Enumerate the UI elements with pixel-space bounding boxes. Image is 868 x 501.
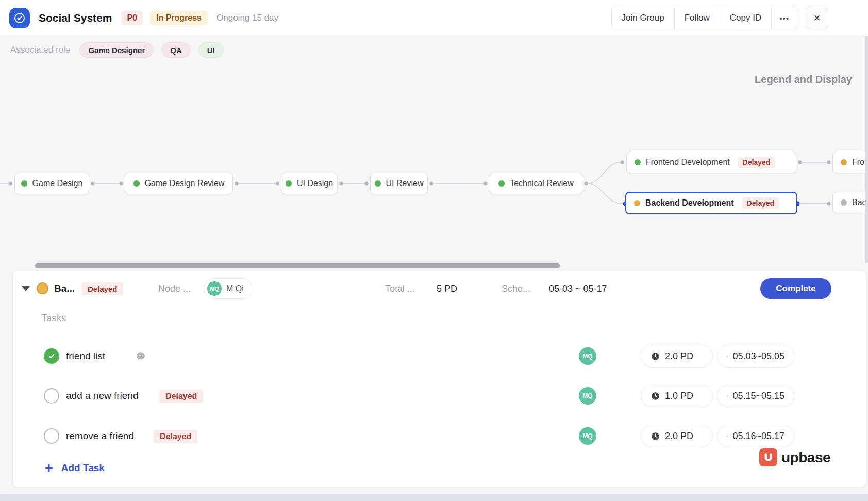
node-label: Game Design	[32, 179, 83, 188]
task-row: friend list MQ 2.0 PD	[13, 344, 866, 369]
calendar-icon	[727, 391, 728, 401]
task-effort-value: 2.0 PD	[665, 351, 693, 362]
project-detail-modal: Social System P0 In Progress Ongoing 15 …	[0, 0, 868, 501]
upbase-watermark: upbase	[759, 448, 830, 466]
node-status-dot	[498, 180, 505, 187]
header-bar: Social System P0 In Progress Ongoing 15 …	[0, 0, 868, 36]
diagram-right-edge	[865, 36, 868, 263]
schedule-value: 05-03 ~ 05-17	[549, 283, 607, 294]
task-assignee-avatar[interactable]: MQ	[579, 427, 596, 445]
task-checkbox-checked[interactable]	[44, 348, 59, 364]
schedule-label: Sche...	[502, 283, 530, 294]
follow-button[interactable]: Follow	[674, 7, 720, 29]
node-owner-label: Node ...	[158, 283, 191, 294]
avatar: MQ	[207, 281, 222, 296]
complete-button[interactable]: Complete	[760, 278, 831, 299]
node-delayed-badge: Delayed	[742, 197, 779, 209]
add-task-label: Add Task	[61, 462, 105, 474]
legend-and-display-label[interactable]: Legend and Display	[755, 74, 852, 86]
more-options-icon[interactable]: •••	[771, 7, 797, 29]
panel-delayed-badge: Delayed	[82, 282, 123, 295]
node-status-dot	[635, 159, 641, 165]
node-label: UI Design	[297, 179, 333, 188]
priority-badge: P0	[121, 11, 143, 25]
task-dates-value: 05.15~05.15	[732, 391, 784, 402]
task-effort-pill[interactable]: 2.0 PD	[641, 425, 713, 447]
workflow-node-backend-next-truncated[interactable]: Back	[832, 192, 868, 213]
task-assignee-avatar[interactable]: MQ	[579, 387, 596, 405]
clock-icon	[650, 431, 660, 441]
status-badge: In Progress	[150, 11, 208, 25]
selected-node-panel: Ba... Delayed Node ... MQ M Qi Total ...…	[12, 270, 866, 487]
node-assignee-chip[interactable]: MQ M Qi	[204, 278, 253, 299]
associated-role-label: Associated role	[10, 45, 70, 55]
task-row: add a new friend Delayed MQ 1.0 PD 05.15…	[13, 383, 866, 408]
workflow-node-backend-development[interactable]: Backend Development Delayed	[625, 192, 797, 214]
workflow-node-game-design[interactable]: Game Design	[14, 173, 89, 194]
task-effort-value: 1.0 PD	[665, 391, 693, 402]
workflow-node-frontend-next-truncated[interactable]: Fron	[832, 152, 868, 173]
node-label: Game Design Review	[145, 179, 225, 188]
workflow-node-game-design-review[interactable]: Game Design Review	[125, 173, 233, 194]
clock-icon	[650, 391, 660, 401]
task-dates-pill[interactable]: 05.16~05.17	[717, 425, 794, 447]
task-checkbox-unchecked[interactable]	[44, 388, 59, 404]
panel-node-title: Ba...	[54, 283, 75, 294]
action-button-group: Join Group Follow Copy ID •••	[611, 7, 797, 29]
task-dates-value: 05.03~05.05	[732, 351, 784, 362]
workflow-node-technical-review[interactable]: Technical Review	[490, 173, 582, 194]
node-label: UI Review	[386, 179, 424, 188]
calendar-icon	[727, 352, 728, 361]
copy-id-button[interactable]: Copy ID	[720, 7, 771, 29]
horizontal-scrollbar[interactable]	[35, 263, 560, 268]
add-task-button[interactable]: + Add Task	[45, 462, 105, 474]
node-status-dot	[133, 180, 140, 187]
task-dates-pill[interactable]: 05.03~05.05	[717, 345, 794, 368]
task-name[interactable]: remove a friend	[66, 430, 134, 442]
task-effort-pill[interactable]: 2.0 PD	[641, 345, 713, 368]
project-check-icon	[9, 8, 30, 28]
task-checkbox-unchecked[interactable]	[44, 428, 59, 444]
workflow-connectors	[0, 0, 868, 268]
upbase-wordmark: upbase	[781, 449, 830, 466]
join-group-button[interactable]: Join Group	[612, 7, 674, 29]
total-value: 5 PD	[437, 283, 457, 294]
task-effort-value: 2.0 PD	[665, 431, 693, 442]
workflow-node-frontend-development[interactable]: Frontend Development Delayed	[626, 152, 796, 173]
node-label: Backend Development	[645, 198, 734, 208]
node-label: Technical Review	[510, 179, 574, 188]
task-delayed-badge: Delayed	[154, 430, 197, 443]
task-dates-value: 05.16~05.17	[732, 431, 784, 442]
associated-role-row: Associated role Game Designer QA UI	[10, 42, 224, 58]
node-status-dot	[286, 180, 292, 187]
collapse-chevron-icon[interactable]	[21, 286, 30, 291]
ongoing-duration: Ongoing 15 day	[216, 13, 278, 23]
task-dates-pill[interactable]: 05.15~05.15	[717, 385, 794, 407]
node-label: Frontend Development	[646, 158, 730, 167]
task-delayed-badge: Delayed	[159, 390, 203, 403]
task-row: remove a friend Delayed MQ 2.0 PD 05.16~…	[13, 424, 866, 448]
close-icon[interactable]: ✕	[806, 7, 828, 29]
tasks-section-label: Tasks	[42, 313, 66, 324]
node-status-dot	[841, 159, 847, 165]
role-tag-game-designer[interactable]: Game Designer	[79, 42, 154, 58]
role-tag-ui[interactable]: UI	[198, 42, 224, 58]
task-assignee-avatar[interactable]: MQ	[579, 347, 596, 365]
role-tag-qa[interactable]: QA	[161, 42, 191, 58]
node-delayed-badge: Delayed	[738, 157, 775, 168]
task-effort-pill[interactable]: 1.0 PD	[641, 385, 713, 407]
page-title: Social System	[39, 12, 112, 24]
task-name[interactable]: add a new friend	[66, 390, 139, 402]
total-label: Total ...	[385, 283, 415, 294]
upbase-logo-icon	[759, 448, 777, 466]
node-status-dot	[841, 199, 847, 206]
node-status-dot	[375, 180, 381, 187]
workflow-node-ui-review[interactable]: UI Review	[370, 173, 428, 194]
workflow-node-ui-design[interactable]: UI Design	[281, 173, 338, 194]
comment-bubble-icon[interactable]	[135, 350, 146, 362]
page-bottom-edge	[0, 494, 868, 501]
task-name[interactable]: friend list	[66, 350, 105, 362]
calendar-icon	[727, 431, 728, 441]
node-status-dot	[21, 180, 27, 187]
clock-icon	[650, 352, 660, 361]
